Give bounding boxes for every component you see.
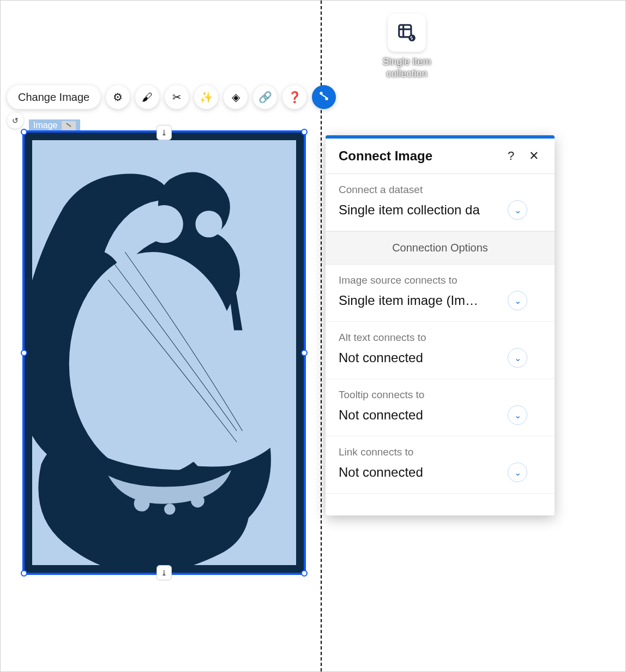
svg-point-10 [195, 211, 222, 237]
settings-button[interactable]: ⚙ [106, 85, 130, 109]
svg-point-12 [164, 503, 176, 515]
image-content [32, 140, 296, 565]
link-button[interactable]: 🔗 [253, 85, 277, 109]
connect-data-button[interactable] [312, 85, 336, 109]
svg-point-4 [321, 92, 322, 94]
tooltip-value: Not connected [339, 407, 508, 423]
svg-point-13 [191, 494, 204, 508]
dataset-value: Single item collection da [339, 202, 508, 218]
image-artwork [32, 140, 296, 565]
selected-image[interactable]: ⤓ ⤓ [22, 130, 306, 575]
chevron-down-icon: ⌄ [508, 348, 527, 368]
alt-text-dropdown[interactable]: Not connected ⌄ [339, 348, 541, 368]
link-field: Link connects to Not connected ⌄ [326, 436, 555, 494]
image-source-label: Image source connects to [339, 274, 541, 286]
resize-handle-ml[interactable] [21, 350, 27, 356]
panel-title: Connect Image [339, 148, 496, 164]
dataset-icon [388, 14, 426, 52]
connect-image-panel: Connect Image ? ✕ Connect a dataset Sing… [326, 135, 555, 515]
resize-handle-tr[interactable] [301, 129, 308, 135]
question-icon: ❓ [288, 91, 302, 104]
chevron-down-icon: ⌄ [508, 200, 527, 220]
connection-options-header: Connection Options [326, 231, 555, 265]
gear-icon: ⚙ [113, 91, 123, 104]
design-button[interactable]: 🖌 [135, 85, 159, 109]
link-dropdown[interactable]: Not connected ⌄ [339, 463, 541, 482]
link-label: Link connects to [339, 446, 541, 458]
panel-help-button[interactable]: ? [503, 149, 519, 163]
alt-text-label: Alt text connects to [339, 332, 541, 344]
svg-point-8 [69, 252, 237, 476]
crop-icon: ✂ [172, 91, 182, 104]
svg-point-11 [134, 496, 150, 512]
undo-button[interactable]: ↺ [7, 112, 23, 129]
alt-text-value: Not connected [339, 350, 508, 365]
dataset-field: Connect a dataset Single item collection… [326, 174, 555, 231]
dataset-chip-label: Single item collection [382, 56, 431, 80]
dataset-chip[interactable]: Single item collection [382, 14, 431, 80]
download-icon: ⤓ [161, 128, 167, 137]
close-icon: ✕ [529, 149, 539, 163]
connect-icon [318, 91, 329, 104]
tooltip-label: Tooltip connects to [339, 389, 541, 401]
image-toolbar: Change Image ⚙ 🖌 ✂ ✨ ◈ 🔗 ❓ [7, 85, 336, 109]
resize-handle-br[interactable] [301, 570, 308, 577]
undo-icon: ↺ [12, 116, 19, 125]
svg-point-5 [326, 98, 328, 99]
svg-point-9 [145, 205, 183, 243]
resize-handle-mr[interactable] [301, 350, 308, 356]
svg-rect-0 [399, 25, 411, 37]
tooltip-dropdown[interactable]: Not connected ⌄ [339, 405, 541, 425]
panel-header: Connect Image ? ✕ [326, 139, 555, 174]
resize-handle-bl[interactable] [21, 570, 27, 577]
stretch-handle-top[interactable]: ⤓ [156, 125, 172, 140]
panel-close-button[interactable]: ✕ [526, 149, 541, 163]
chevron-down-icon: ⌄ [508, 405, 527, 425]
link-value: Not connected [339, 465, 508, 480]
dataset-label: Connect a dataset [339, 184, 541, 196]
question-icon: ? [508, 149, 514, 163]
image-source-value: Single item image (Im… [339, 293, 508, 308]
resize-handle-tl[interactable] [21, 129, 27, 135]
image-source-field: Image source connects to Single item ima… [326, 265, 555, 322]
download-icon: ⤓ [161, 568, 167, 577]
crop-button[interactable]: ✂ [165, 85, 189, 109]
chevron-down-icon: ⌄ [508, 463, 527, 482]
alt-text-field: Alt text connects to Not connected ⌄ [326, 322, 555, 379]
filters-button[interactable]: ✨ [194, 85, 218, 109]
brush-icon: 🖌 [142, 91, 153, 104]
link-icon: 🔗 [258, 91, 272, 104]
element-type-text: Image [33, 121, 57, 130]
image-source-dropdown[interactable]: Single item image (Im… ⌄ [339, 291, 541, 310]
change-image-button[interactable]: Change Image [7, 85, 100, 109]
dataset-dropdown[interactable]: Single item collection da ⌄ [339, 200, 541, 220]
stretch-handle-bottom[interactable]: ⤓ [156, 565, 172, 580]
animation-icon: ◈ [232, 91, 240, 104]
help-button[interactable]: ❓ [282, 85, 306, 109]
sparkle-icon: ✨ [200, 91, 213, 104]
animation-button[interactable]: ◈ [224, 85, 248, 109]
element-type-label: Image [29, 119, 80, 131]
connect-mini-icon [62, 121, 76, 130]
tooltip-field: Tooltip connects to Not connected ⌄ [326, 379, 555, 436]
chevron-down-icon: ⌄ [508, 291, 527, 310]
